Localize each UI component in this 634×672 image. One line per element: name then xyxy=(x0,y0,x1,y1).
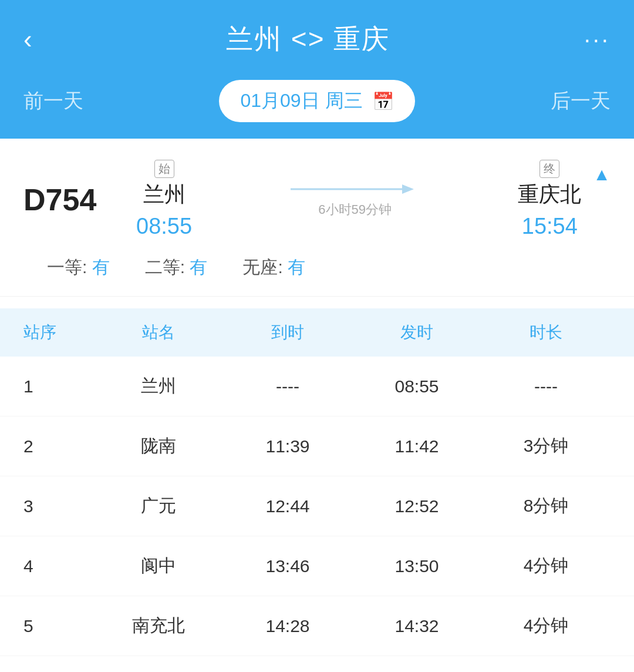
duration-text: 6小时59分钟 xyxy=(318,201,392,219)
back-button[interactable]: ‹ xyxy=(23,25,32,54)
next-day-button[interactable]: 后一天 xyxy=(551,88,611,115)
more-button[interactable]: ··· xyxy=(584,26,611,53)
stops-table: 1兰州----08:55----2陇南11:3911:423分钟3广元12:44… xyxy=(0,357,634,672)
cell-duration: 4分钟 xyxy=(481,554,611,578)
col-header-name: 站名 xyxy=(94,321,223,344)
train-arrow-icon xyxy=(291,181,420,197)
dest-time: 15:54 xyxy=(522,214,578,239)
train-route: 始 兰州 08:55 6小时59分钟 终 xyxy=(136,160,581,239)
dest-station: 终 重庆北 15:54 xyxy=(518,160,581,239)
prev-day-button[interactable]: 前一天 xyxy=(23,88,83,115)
train-card: D754 始 兰州 08:55 6小时59分钟 xyxy=(0,139,634,297)
date-bar: 前一天 01月09日 周三 📅 后一天 xyxy=(0,69,634,139)
cell-arrive: 14:28 xyxy=(223,616,352,636)
table-row: 6重庆北15:5415:54---- xyxy=(0,656,634,672)
table-row: 1兰州----08:55---- xyxy=(0,357,634,416)
origin-station: 始 兰州 08:55 xyxy=(136,160,192,239)
col-header-seq: 站序 xyxy=(23,321,94,344)
seat-availability: 一等: 有 二等: 有 无座: 有 xyxy=(23,248,611,280)
cell-seq: 4 xyxy=(23,556,94,576)
cell-seq: 2 xyxy=(23,436,94,456)
origin-time: 08:55 xyxy=(136,214,192,239)
route-middle: 6小时59分钟 xyxy=(192,181,518,219)
cell-name: 南充北 xyxy=(94,614,223,638)
date-selector[interactable]: 01月09日 周三 📅 xyxy=(219,80,414,122)
no-seat-status: 有 xyxy=(288,257,305,277)
train-number: D754 xyxy=(23,182,117,217)
cell-depart: 13:50 xyxy=(352,556,481,576)
cell-duration: ---- xyxy=(481,377,611,397)
col-header-arrive: 到时 xyxy=(223,321,352,344)
content: D754 始 兰州 08:55 6小时59分钟 xyxy=(0,139,634,672)
page-title: 兰州 <> 重庆 xyxy=(226,21,390,58)
cell-name: 广元 xyxy=(94,494,223,518)
header: ‹ 兰州 <> 重庆 ··· xyxy=(0,0,634,69)
cell-depart: 08:55 xyxy=(352,377,481,397)
cell-seq: 1 xyxy=(23,377,94,397)
col-header-depart: 发时 xyxy=(352,321,481,344)
table-header: 站序 站名 到时 发时 时长 xyxy=(0,308,634,357)
cell-duration: 4分钟 xyxy=(481,614,611,638)
cell-seq: 3 xyxy=(23,496,94,516)
cell-duration: 3分钟 xyxy=(481,434,611,458)
cell-name: 阆中 xyxy=(94,554,223,578)
cell-arrive: 13:46 xyxy=(223,556,352,576)
cell-name: 陇南 xyxy=(94,434,223,458)
table-row: 5南充北14:2814:324分钟 xyxy=(0,596,634,656)
cell-depart: 12:52 xyxy=(352,496,481,516)
date-text: 01月09日 周三 xyxy=(240,88,362,114)
dest-name: 重庆北 xyxy=(518,180,581,209)
first-class-label: 一等: 有 xyxy=(47,256,110,280)
second-class-label: 二等: 有 xyxy=(145,256,208,280)
expand-icon[interactable]: ▲ xyxy=(593,164,611,184)
table-row: 2陇南11:3911:423分钟 xyxy=(0,416,634,476)
cell-arrive: ---- xyxy=(223,377,352,397)
origin-name: 兰州 xyxy=(143,180,186,209)
cell-duration: 8分钟 xyxy=(481,494,611,518)
cell-depart: 14:32 xyxy=(352,616,481,636)
origin-badge: 始 xyxy=(154,160,174,178)
cell-arrive: 11:39 xyxy=(223,436,352,456)
cell-name[interactable]: 兰州 xyxy=(94,374,223,398)
table-row: 4阆中13:4613:504分钟 xyxy=(0,536,634,596)
cell-depart: 11:42 xyxy=(352,436,481,456)
col-header-duration: 时长 xyxy=(481,321,611,344)
no-seat-label: 无座: 有 xyxy=(242,256,305,280)
dest-badge: 终 xyxy=(539,160,559,178)
cell-seq: 5 xyxy=(23,616,94,636)
second-class-status: 有 xyxy=(190,257,207,277)
table-row: 3广元12:4412:528分钟 xyxy=(0,476,634,536)
cell-arrive: 12:44 xyxy=(223,496,352,516)
first-class-status: 有 xyxy=(92,257,110,277)
calendar-icon: 📅 xyxy=(372,91,394,112)
svg-marker-1 xyxy=(402,184,414,194)
